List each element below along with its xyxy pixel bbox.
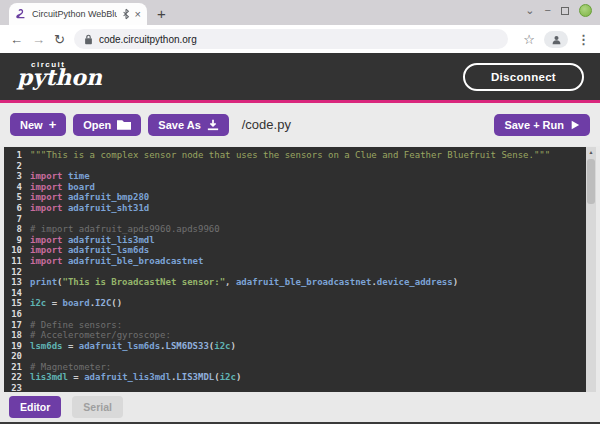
code-text: import adafruit_lsm6ds bbox=[30, 245, 586, 256]
bluetooth-icon bbox=[122, 8, 130, 20]
code-line[interactable]: 13print("This is BroadcastNet sensor:", … bbox=[4, 277, 586, 288]
save-as-button-label: Save As bbox=[158, 119, 200, 131]
chrome-actions: ☆ ⋮ bbox=[523, 31, 590, 48]
code-text bbox=[30, 288, 586, 299]
line-number: 1 bbox=[4, 150, 22, 161]
code-line[interactable]: 21# Magnetometer: bbox=[4, 362, 586, 373]
disconnect-button[interactable]: Disconnect bbox=[463, 63, 584, 91]
open-button[interactable]: Open bbox=[73, 114, 141, 136]
tab-title: CircuitPython WebBluetoot bbox=[32, 9, 117, 19]
line-number: 6 bbox=[4, 203, 22, 214]
new-button[interactable]: New + bbox=[10, 113, 66, 136]
editor-scrollbar[interactable]: ▲ bbox=[586, 147, 596, 392]
browser-tab-strip: CircuitPython WebBluetoot × + ⌄ − bbox=[0, 0, 600, 25]
code-text: # Accelerometer/gyroscope: bbox=[30, 330, 586, 341]
code-text: # import adafruit_apds9960.apds9960 bbox=[30, 224, 586, 235]
code-line[interactable]: 23 bbox=[4, 383, 586, 392]
code-line[interactable]: 8# import adafruit_apds9960.apds9960 bbox=[4, 224, 586, 235]
code-text: import adafruit_lis3mdl bbox=[30, 235, 586, 246]
code-line[interactable]: 5import adafruit_bmp280 bbox=[4, 192, 586, 203]
circuitpython-favicon bbox=[15, 8, 27, 20]
line-number: 3 bbox=[4, 171, 22, 182]
code-line[interactable]: 10import adafruit_lsm6ds bbox=[4, 245, 586, 256]
code-text: # Define sensors: bbox=[30, 320, 586, 331]
code-text: import time bbox=[30, 171, 586, 182]
code-lines[interactable]: 1"""This is a complex sensor node that u… bbox=[4, 147, 586, 392]
line-number: 21 bbox=[4, 362, 22, 373]
window-minimize-icon[interactable]: − bbox=[545, 5, 551, 16]
code-line[interactable]: 22lis3mdl = adafruit_lis3mdl.LIS3MDL(i2c… bbox=[4, 372, 586, 383]
code-text: lis3mdl = adafruit_lis3mdl.LIS3MDL(i2c) bbox=[30, 372, 586, 383]
code-line[interactable]: 7 bbox=[4, 214, 586, 225]
tab-close-icon[interactable]: × bbox=[135, 9, 141, 20]
scroll-up-icon[interactable]: ▲ bbox=[586, 147, 596, 157]
save-run-button-label: Save + Run bbox=[504, 119, 564, 131]
code-editor[interactable]: 1"""This is a complex sensor node that u… bbox=[4, 147, 596, 392]
line-number: 17 bbox=[4, 320, 22, 331]
reload-icon[interactable]: ↻ bbox=[54, 33, 65, 46]
window-close-icon[interactable] bbox=[579, 4, 592, 17]
code-text: i2c = board.I2C() bbox=[30, 298, 586, 309]
line-number: 5 bbox=[4, 192, 22, 203]
code-line[interactable]: 15i2c = board.I2C() bbox=[4, 298, 586, 309]
view-switcher: Editor Serial bbox=[0, 392, 600, 422]
line-number: 22 bbox=[4, 372, 22, 383]
site-header: circuit python Disconnect bbox=[0, 53, 600, 103]
window-controls: ⌄ − bbox=[525, 4, 592, 17]
code-line[interactable]: 17# Define sensors: bbox=[4, 320, 586, 331]
browser-tab[interactable]: CircuitPython WebBluetoot × bbox=[9, 3, 147, 25]
address-bar[interactable]: code.circuitpython.org bbox=[74, 29, 508, 49]
line-number: 8 bbox=[4, 224, 22, 235]
editor-toolbar: New + Open Save As /code.py Save + Run bbox=[0, 103, 600, 146]
play-icon bbox=[570, 120, 580, 130]
code-line[interactable]: 14 bbox=[4, 288, 586, 299]
save-as-button[interactable]: Save As bbox=[148, 114, 228, 136]
code-line[interactable]: 1"""This is a complex sensor node that u… bbox=[4, 150, 586, 161]
code-line[interactable]: 2 bbox=[4, 161, 586, 172]
line-number: 16 bbox=[4, 309, 22, 320]
browser-address-row: ← → ↻ code.circuitpython.org ☆ ⋮ bbox=[0, 25, 600, 53]
code-line[interactable]: 6import adafruit_sht31d bbox=[4, 203, 586, 214]
code-line[interactable]: 12 bbox=[4, 267, 586, 278]
editor-tab-button[interactable]: Editor bbox=[9, 396, 61, 418]
line-number: 19 bbox=[4, 341, 22, 352]
circuitpython-logo: circuit python bbox=[16, 57, 136, 97]
code-text bbox=[30, 161, 586, 172]
code-text bbox=[30, 214, 586, 225]
line-number: 9 bbox=[4, 235, 22, 246]
address-url[interactable]: code.circuitpython.org bbox=[99, 34, 197, 45]
code-line[interactable]: 16 bbox=[4, 309, 586, 320]
logo-text-python: python bbox=[17, 64, 102, 90]
code-line[interactable]: 20 bbox=[4, 351, 586, 362]
window-menu-icon[interactable]: ⌄ bbox=[525, 5, 534, 16]
forward-icon[interactable]: → bbox=[32, 33, 45, 46]
code-text: import adafruit_bmp280 bbox=[30, 192, 586, 203]
line-number: 18 bbox=[4, 330, 22, 341]
code-text: import board bbox=[30, 182, 586, 193]
code-line[interactable]: 9import adafruit_lis3mdl bbox=[4, 235, 586, 246]
serial-tab-button[interactable]: Serial bbox=[72, 396, 123, 418]
scrollbar-thumb[interactable] bbox=[587, 159, 595, 204]
code-text: import adafruit_sht31d bbox=[30, 203, 586, 214]
code-line[interactable]: 19lsm6ds = adafruit_lsm6ds.LSM6DS33(i2c) bbox=[4, 341, 586, 352]
code-line[interactable]: 11import adafruit_ble_broadcastnet bbox=[4, 256, 586, 267]
plus-icon: + bbox=[49, 118, 57, 131]
line-number: 14 bbox=[4, 288, 22, 299]
new-tab-button[interactable]: + bbox=[157, 5, 166, 22]
code-line[interactable]: 18# Accelerometer/gyroscope: bbox=[4, 330, 586, 341]
save-run-button[interactable]: Save + Run bbox=[494, 114, 590, 136]
bookmark-star-icon[interactable]: ☆ bbox=[523, 32, 535, 47]
code-text: lsm6ds = adafruit_lsm6ds.LSM6DS33(i2c) bbox=[30, 341, 586, 352]
new-button-label: New bbox=[20, 119, 43, 131]
back-icon[interactable]: ← bbox=[10, 33, 23, 46]
profile-button[interactable] bbox=[544, 31, 568, 48]
open-button-label: Open bbox=[83, 119, 111, 131]
code-line[interactable]: 4import board bbox=[4, 182, 586, 193]
line-number: 23 bbox=[4, 383, 22, 392]
lock-icon[interactable] bbox=[84, 34, 93, 45]
line-number: 15 bbox=[4, 298, 22, 309]
code-line[interactable]: 3import time bbox=[4, 171, 586, 182]
code-text: # Magnetometer: bbox=[30, 362, 586, 373]
window-maximize-icon[interactable] bbox=[561, 7, 569, 15]
browser-menu-icon[interactable]: ⋮ bbox=[577, 32, 590, 47]
